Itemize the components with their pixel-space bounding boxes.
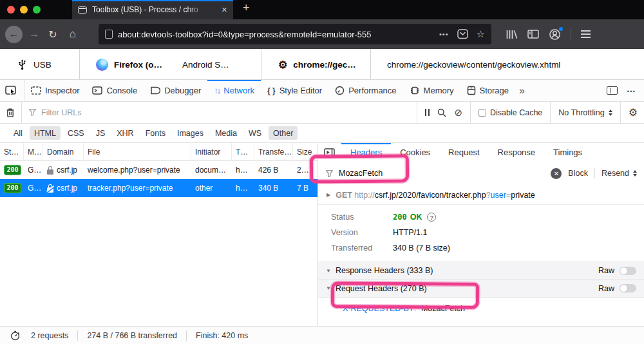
url-text[interactable]: about:devtools-toolbox?id=0&type=process… — [118, 30, 400, 39]
back-button[interactable]: ← — [5, 26, 23, 43]
account-button[interactable] — [549, 28, 561, 41]
tab-label: Inspector — [45, 86, 79, 95]
throttling-select[interactable]: No Throttling — [558, 108, 612, 117]
runtime-tab-android[interactable]: Android S… — [182, 49, 229, 80]
cell-transferred: 426 B — [254, 161, 293, 179]
runtime-tab-usb[interactable]: USB — [17, 49, 52, 80]
tab-storage[interactable]: Storage — [460, 80, 516, 101]
filter-css[interactable]: CSS — [63, 126, 89, 140]
tab-network[interactable]: ↑↓ Network — [207, 80, 261, 101]
header-item[interactable]: X-REQUESTED-BY: MozacFetch — [318, 298, 644, 320]
filter-headers-input[interactable] — [339, 169, 416, 178]
tab-headers[interactable]: Headers — [341, 143, 391, 161]
tab-timings[interactable]: Timings — [544, 143, 591, 161]
cell-file: welcome.php?user=private — [84, 161, 191, 179]
column-status[interactable]: St… — [0, 143, 24, 161]
clear-requests-button[interactable] — [6, 108, 15, 118]
more-tabs-icon[interactable]: » — [515, 85, 529, 97]
column-domain[interactable]: Domain — [43, 143, 84, 161]
pick-element-button[interactable] — [5, 86, 18, 96]
debugger-icon — [150, 86, 160, 95]
tab-close-icon[interactable]: ✕ — [222, 6, 227, 14]
forward-button[interactable]: → — [25, 28, 43, 40]
expand-triangle-icon[interactable]: ▶ — [327, 192, 330, 198]
menu-button[interactable] — [581, 30, 591, 37]
url-bar[interactable]: about:devtools-toolbox?id=0&type=process… — [99, 24, 491, 44]
minimize-window-button[interactable] — [20, 6, 28, 14]
collapse-triangle-icon[interactable]: ▼ — [326, 268, 331, 274]
zoom-window-button[interactable] — [33, 6, 41, 14]
page-actions-icon[interactable]: ••• — [439, 30, 449, 38]
column-method[interactable]: M… — [24, 143, 43, 161]
filter-xhr[interactable]: XHR — [112, 126, 138, 140]
new-tab-button[interactable]: + — [243, 1, 250, 15]
browser-tab[interactable]: Toolbox (USB) - Process / chro ✕ — [72, 0, 233, 19]
raw-toggle[interactable] — [620, 267, 636, 275]
bookmark-star-icon[interactable]: ☆ — [477, 28, 485, 40]
devtools-toolbar: Inspector Console Debugger ↑↓ Network { … — [0, 80, 644, 102]
trash-icon — [6, 108, 15, 118]
table-row-selected[interactable]: 200 G… csrf.jp tracker.php?user=private … — [0, 179, 317, 197]
filter-images[interactable]: Images — [173, 126, 208, 140]
tab-memory[interactable]: Memory — [403, 80, 460, 101]
filter-other[interactable]: Other — [269, 126, 298, 140]
filter-html[interactable]: HTML — [30, 126, 61, 140]
runtime-tab-firefox[interactable]: Firefox (o… — [96, 49, 162, 80]
column-size[interactable]: Size — [293, 143, 317, 161]
reload-button[interactable]: ↻ — [43, 28, 62, 41]
request-headers-section[interactable]: ▼ Request Headers (270 B) Raw — [318, 280, 644, 298]
devtools-menu-icon[interactable]: ⋯ — [627, 86, 636, 96]
request-type-filter-bar: All HTML CSS JS XHR Fonts Images Media W… — [0, 124, 644, 143]
tab-performance[interactable]: Performance — [328, 80, 402, 101]
library-icon[interactable] — [506, 30, 518, 39]
home-button[interactable]: ⌂ — [62, 28, 83, 41]
account-notification-dot — [559, 27, 563, 31]
runtime-tab-label: Android S… — [182, 60, 229, 70]
disable-cache-checkbox[interactable]: Disable Cache — [478, 108, 542, 117]
column-initiator[interactable]: Initiator — [191, 143, 232, 161]
tab-response[interactable]: Response — [489, 143, 545, 161]
raw-toggle[interactable] — [620, 284, 636, 292]
split-console-icon[interactable] — [607, 86, 618, 95]
collapse-triangle-icon[interactable]: ▼ — [326, 285, 331, 291]
pause-recording-icon[interactable] — [425, 109, 430, 116]
sidebar-icon[interactable] — [527, 30, 539, 39]
runtime-tab-label: chrome://gec… — [293, 60, 356, 70]
resend-select[interactable]: Resend — [601, 169, 637, 178]
tab-console[interactable]: Console — [86, 80, 144, 101]
filter-ws[interactable]: WS — [244, 126, 266, 140]
runtime-tab-geckoview[interactable]: chrome://geckoview/content/geckoview.xht… — [387, 49, 560, 80]
details-pane-toggle-button[interactable] — [324, 148, 335, 157]
block-requests-icon[interactable]: ⊘ — [454, 108, 462, 117]
filter-urls-input[interactable] — [41, 108, 260, 117]
filter-all[interactable]: All — [9, 126, 27, 140]
column-type[interactable]: T… — [232, 143, 254, 161]
response-headers-section[interactable]: ▼ Response Headers (333 B) Raw — [318, 262, 644, 280]
tab-label: Memory — [424, 86, 454, 95]
tab-debugger[interactable]: Debugger — [144, 80, 207, 101]
tab-cookies[interactable]: Cookies — [391, 143, 439, 161]
table-row[interactable]: 200 G… csrf.jp welcome.php?user=private … — [0, 161, 317, 179]
request-summary-row[interactable]: ▶ GET http://csrf.jp/2020/favicon/tracke… — [318, 186, 644, 205]
help-icon[interactable]: ? — [427, 213, 436, 222]
filter-js[interactable]: JS — [91, 126, 110, 140]
close-window-button[interactable] — [7, 6, 15, 14]
runtime-tab-label: Firefox (o… — [114, 60, 162, 70]
network-content: St… M… Domain File Initiator T… Transfe…… — [0, 143, 644, 326]
runtime-tab-chrome-process[interactable]: ⚙ chrome://gec… — [278, 49, 356, 80]
request-table-header: St… M… Domain File Initiator T… Transfe…… — [0, 143, 317, 161]
column-transferred[interactable]: Transfe… — [254, 143, 293, 161]
pocket-icon[interactable] — [457, 29, 468, 39]
filter-fonts[interactable]: Fonts — [141, 126, 170, 140]
search-icon[interactable] — [437, 108, 446, 117]
network-settings-gear-icon[interactable]: ⚙ — [629, 106, 638, 119]
tab-inspector[interactable]: Inspector — [24, 80, 86, 101]
tab-request[interactable]: Request — [439, 143, 488, 161]
filter-media[interactable]: Media — [211, 126, 242, 140]
close-details-icon[interactable]: ✕ — [551, 168, 562, 179]
tab-style-editor[interactable]: { } Style Editor — [261, 80, 328, 101]
column-file[interactable]: File — [84, 143, 191, 161]
block-url-button[interactable]: Block — [568, 169, 588, 178]
checkbox-icon[interactable] — [478, 109, 486, 117]
toolbar-separator — [417, 102, 417, 123]
